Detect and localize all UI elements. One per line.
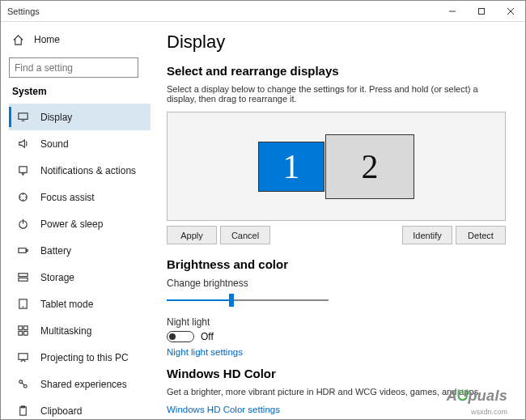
sidebar-item-label: Clipboard [40, 405, 82, 417]
sidebar-item-label: Projecting to this PC [40, 352, 129, 363]
nightlight-label: Night light [167, 316, 506, 328]
section-header: System [9, 86, 151, 97]
svg-line-25 [22, 383, 24, 385]
focus-icon [17, 191, 29, 203]
svg-point-24 [23, 384, 27, 388]
svg-point-23 [19, 380, 23, 384]
shared-icon [17, 378, 29, 390]
svg-rect-14 [19, 274, 28, 277]
display-arrange-area[interactable]: 1 2 [167, 112, 506, 221]
page-title: Display [167, 32, 506, 53]
toggle-switch[interactable] [167, 331, 194, 342]
project-icon [17, 351, 29, 363]
nightlight-settings-link[interactable]: Night light settings [167, 347, 506, 357]
close-button[interactable] [496, 1, 525, 22]
sidebar-item-clipboard[interactable]: Clipboard [9, 397, 151, 419]
sidebar-item-storage[interactable]: Storage [9, 264, 151, 291]
multi-icon [17, 325, 29, 337]
cancel-button[interactable]: Cancel [220, 226, 270, 244]
sidebar-item-label: Battery [40, 245, 71, 257]
nightlight-toggle[interactable]: Off [167, 331, 506, 342]
brightness-slider[interactable] [167, 292, 329, 308]
power-icon [17, 218, 29, 230]
nightlight-state: Off [201, 331, 214, 342]
search-field[interactable] [15, 62, 136, 74]
arrange-button-row: Apply Cancel Identify Detect [167, 226, 506, 244]
slider-thumb[interactable] [229, 294, 234, 307]
sidebar-item-label: Shared experiences [40, 379, 127, 390]
sidebar-item-label: Sound [40, 138, 69, 150]
main-content[interactable]: Display Select and rearrange displays Se… [151, 22, 525, 419]
sidebar-item-multitasking[interactable]: Multitasking [9, 317, 151, 344]
display-icon [17, 111, 29, 123]
home-icon [12, 34, 24, 46]
sidebar-item-sound[interactable]: Sound [9, 130, 151, 157]
hdcolor-header: Windows HD Color [167, 367, 506, 380]
hdcolor-settings-link[interactable]: Windows HD Color settings [167, 405, 506, 414]
svg-rect-22 [19, 354, 28, 360]
svg-rect-20 [19, 331, 23, 335]
sidebar-item-focus-assist[interactable]: Focus assist [9, 184, 151, 210]
home-label: Home [34, 34, 60, 45]
clip-icon [17, 405, 29, 417]
svg-rect-1 [479, 8, 485, 14]
svg-rect-19 [23, 326, 28, 330]
sidebar-item-power-sleep[interactable]: Power & sleep [9, 210, 151, 237]
sidebar-item-notifications-actions[interactable]: Notifications & actions [9, 157, 151, 184]
home-link[interactable]: Home [9, 28, 151, 51]
minimize-button[interactable] [438, 1, 467, 22]
window-title: Settings [7, 6, 438, 16]
sidebar-item-projecting-to-this-pc[interactable]: Projecting to this PC [9, 344, 151, 371]
source-text: wsxdn.com [471, 408, 507, 416]
svg-rect-8 [19, 167, 27, 173]
sound-icon [17, 138, 29, 150]
identify-button[interactable]: Identify [402, 226, 452, 244]
sidebar-item-label: Storage [40, 272, 74, 283]
notif-icon [17, 164, 29, 176]
storage-icon [17, 271, 29, 283]
maximize-button[interactable] [467, 1, 496, 22]
sidebar-item-label: Display [40, 112, 72, 123]
svg-rect-21 [23, 331, 28, 335]
sidebar-item-label: Notifications & actions [40, 165, 136, 176]
brightness-label: Change brightness [167, 278, 506, 289]
svg-rect-12 [19, 248, 26, 253]
svg-rect-26 [20, 407, 27, 415]
nav-list[interactable]: DisplaySoundNotifications & actionsFocus… [9, 104, 151, 419]
tablet-icon [17, 298, 29, 310]
sidebar-item-label: Tablet mode [40, 299, 93, 310]
sidebar-item-label: Power & sleep [40, 218, 103, 230]
left-pane: Home System DisplaySoundNotifications & … [1, 22, 151, 419]
sidebar-item-tablet-mode[interactable]: Tablet mode [9, 291, 151, 317]
sidebar-item-label: Focus assist [40, 192, 95, 203]
titlebar: Settings [1, 1, 525, 22]
sidebar-item-battery[interactable]: Battery [9, 237, 151, 264]
watermark: Aᕫpuals [447, 388, 507, 405]
detect-button[interactable]: Detect [456, 226, 506, 244]
search-input[interactable] [9, 57, 138, 78]
sidebar-item-shared-experiences[interactable]: Shared experiences [9, 371, 151, 397]
apply-button[interactable]: Apply [167, 226, 217, 244]
svg-rect-6 [19, 113, 28, 120]
sidebar-item-label: Multitasking [40, 325, 91, 337]
display-1[interactable]: 1 [258, 142, 325, 192]
brightness-header: Brightness and color [167, 257, 506, 271]
svg-rect-18 [19, 326, 23, 330]
svg-rect-15 [19, 278, 28, 281]
rearrange-header: Select and rearrange displays [167, 64, 506, 78]
battery-icon [17, 244, 29, 257]
display-2[interactable]: 2 [325, 134, 414, 199]
svg-rect-13 [26, 250, 28, 252]
rearrange-desc: Select a display below to change the set… [167, 84, 506, 104]
sidebar-item-display[interactable]: Display [9, 104, 151, 130]
